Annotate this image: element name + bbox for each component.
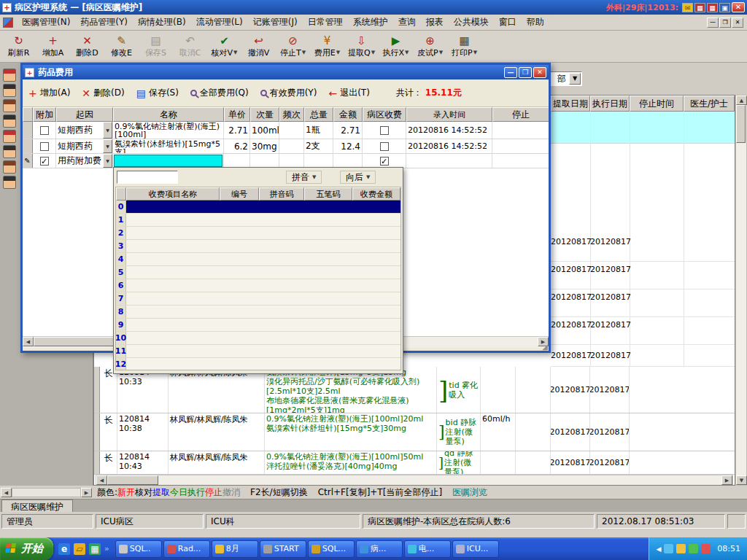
- scroll-right-icon[interactable]: ▶: [721, 475, 732, 485]
- header-doctor-nurse[interactable]: 医生/护士: [684, 96, 735, 112]
- task-button[interactable]: 8月: [212, 540, 258, 558]
- scroll-up-icon[interactable]: ▲: [736, 96, 747, 105]
- refresh-button[interactable]: ↻刷新R: [1, 32, 36, 61]
- clock[interactable]: 08:51: [717, 544, 740, 553]
- patient-icon[interactable]: [3, 176, 16, 189]
- checkbox-unchecked[interactable]: [380, 126, 389, 135]
- stop-button[interactable]: ⊘停止T▼: [276, 32, 310, 61]
- chevron-down-icon[interactable]: ▼: [103, 122, 112, 139]
- order-row[interactable]: 长 120814 10:43 林凤辉/林凤辉/陈凤朱 0.9%氯化钠注射液(塑)…: [94, 451, 735, 475]
- name-edit-cell[interactable]: [113, 154, 224, 168]
- name-cell[interactable]: 氨溴索针(沐舒坦针)[15mg*5支]: [113, 139, 224, 153]
- header-price[interactable]: 单价: [224, 107, 250, 122]
- fee-item-row[interactable]: 6: [116, 279, 400, 292]
- ie-icon[interactable]: e: [58, 543, 70, 555]
- menu-window[interactable]: 窗口: [494, 15, 522, 30]
- task-button[interactable]: Rad...: [163, 540, 210, 558]
- patient-icon[interactable]: [3, 130, 16, 143]
- mdi-close-button[interactable]: ✕: [732, 18, 743, 28]
- header-name[interactable]: 名称: [113, 107, 224, 122]
- fee-row[interactable]: 短期西药▼ 氨溴索针(沐舒坦针)[15mg*5支] 6.2 30mg 2支 12…: [23, 139, 549, 154]
- search-input[interactable]: [117, 171, 178, 184]
- checkbox-checked[interactable]: ✓: [40, 157, 49, 166]
- fee-item-row[interactable]: 5: [116, 266, 400, 279]
- start-button[interactable]: 开始: [0, 537, 53, 560]
- fee-row-editing[interactable]: ✎ ✓ 用药附加费▼ ✓: [23, 154, 549, 168]
- menu-report[interactable]: 报表: [421, 15, 449, 30]
- patient-icon[interactable]: [3, 84, 16, 97]
- dialog-minimize-button[interactable]: —: [504, 67, 517, 78]
- header-amount[interactable]: 金额: [333, 107, 363, 122]
- menu-condition[interactable]: 病情处理(B): [133, 15, 191, 30]
- scroll-right-icon[interactable]: ▶: [81, 488, 92, 497]
- chevron-right-icon[interactable]: »: [104, 544, 109, 553]
- search-direction-button[interactable]: 向后▼: [340, 171, 376, 184]
- dialog-exit-button[interactable]: ←退出(T): [328, 87, 369, 99]
- task-button[interactable]: 病...: [356, 540, 403, 558]
- print-button[interactable]: ▦打印P▼: [447, 32, 481, 61]
- fee-item-row[interactable]: 1: [116, 214, 400, 227]
- extract-button[interactable]: ⇩提取Q▼: [344, 32, 379, 61]
- task-button[interactable]: SQL..: [115, 540, 162, 558]
- fee-item-row[interactable]: 3: [116, 240, 400, 253]
- menu-billing[interactable]: 记账管理(J): [248, 15, 303, 30]
- tray-icon[interactable]: [676, 544, 686, 553]
- close-button[interactable]: ✕: [732, 2, 745, 12]
- fee-button[interactable]: ¥费用E▼: [310, 32, 344, 61]
- patient-icon[interactable]: [3, 114, 16, 128]
- edit-button[interactable]: ✎修改E: [104, 32, 139, 61]
- patient-icon[interactable]: [3, 69, 16, 82]
- folder-icon[interactable]: ▱: [74, 543, 85, 555]
- task-button[interactable]: START: [260, 540, 306, 558]
- mail-icon[interactable]: ✉: [682, 3, 693, 12]
- checkbox-checked[interactable]: ✓: [380, 157, 389, 166]
- header-fee-amount[interactable]: 收费金额: [352, 187, 400, 201]
- scrollbar-thumb[interactable]: [736, 105, 746, 143]
- header-attach[interactable]: 附加: [33, 107, 56, 122]
- cause-cell[interactable]: 短期西药▼: [56, 139, 113, 153]
- fee-item-row[interactable]: 10: [116, 332, 400, 345]
- grid-vertical-scrollbar[interactable]: ▲ ▼: [735, 95, 747, 486]
- fee-item-row-selected[interactable]: 0: [116, 201, 400, 214]
- header-stop[interactable]: 停止: [492, 107, 549, 122]
- tray-expand-icon[interactable]: ◀: [656, 545, 661, 553]
- fee-item-row[interactable]: 11: [116, 345, 400, 358]
- dialog-add-button[interactable]: +增加(A): [28, 87, 70, 99]
- resize-grip[interactable]: ◢: [542, 343, 548, 351]
- dialog-maximize-button[interactable]: ❒: [519, 67, 532, 78]
- delete-button[interactable]: ✕删除D: [70, 32, 104, 61]
- tray-red-icon[interactable]: ▦: [694, 3, 705, 12]
- tray-red-icon2[interactable]: ▦: [707, 3, 718, 12]
- tray-icon[interactable]: [664, 544, 673, 553]
- chevron-down-icon[interactable]: ▼: [103, 139, 112, 153]
- patient-icon[interactable]: [3, 160, 16, 174]
- fee-item-row[interactable]: 9: [116, 319, 400, 332]
- dialog-save-button[interactable]: ▤保存(S): [136, 87, 179, 99]
- tray-blue-icon[interactable]: ▣: [719, 3, 730, 12]
- task-button[interactable]: 电...: [404, 540, 451, 558]
- menu-drugs[interactable]: 药品管理(Y): [75, 15, 133, 30]
- cancel-button[interactable]: ↶取消C: [173, 32, 207, 61]
- chevron-down-icon[interactable]: ▼: [569, 73, 581, 85]
- tray-icon[interactable]: [689, 544, 698, 553]
- header-entry-time[interactable]: 录入时间: [406, 107, 492, 122]
- fee-item-row[interactable]: 7: [116, 292, 400, 306]
- checkbox-unchecked[interactable]: [40, 142, 49, 151]
- skin-test-button[interactable]: ⊕皮试P▼: [413, 32, 447, 61]
- execute-button[interactable]: ▶执行X▼: [379, 32, 413, 61]
- check-button[interactable]: ✔核对V▼: [207, 32, 241, 61]
- dialog-delete-button[interactable]: ✕删除(D): [82, 87, 124, 99]
- chevron-down-icon[interactable]: ▼: [103, 154, 112, 168]
- scroll-left-icon[interactable]: ◀: [96, 475, 107, 485]
- header-extract-date[interactable]: 提取日期: [551, 96, 590, 112]
- fee-item-row[interactable]: 12: [116, 358, 400, 370]
- menu-system[interactable]: 系统维护: [348, 15, 393, 30]
- header-dose[interactable]: 次量: [250, 107, 279, 122]
- patient-icon[interactable]: [3, 99, 16, 112]
- checkbox-unchecked[interactable]: [40, 126, 49, 135]
- header-stop-time[interactable]: 停止时间: [630, 96, 684, 112]
- tab-ward-orders[interactable]: 病区医嘱维护: [1, 499, 73, 512]
- fee-row[interactable]: 短期西药▼ 0.9%氯化钠注射液(塑)(海王)[100ml] 2.71 100m…: [23, 122, 549, 139]
- header-item-code[interactable]: 编号: [220, 187, 259, 201]
- checkbox-unchecked[interactable]: [380, 142, 389, 151]
